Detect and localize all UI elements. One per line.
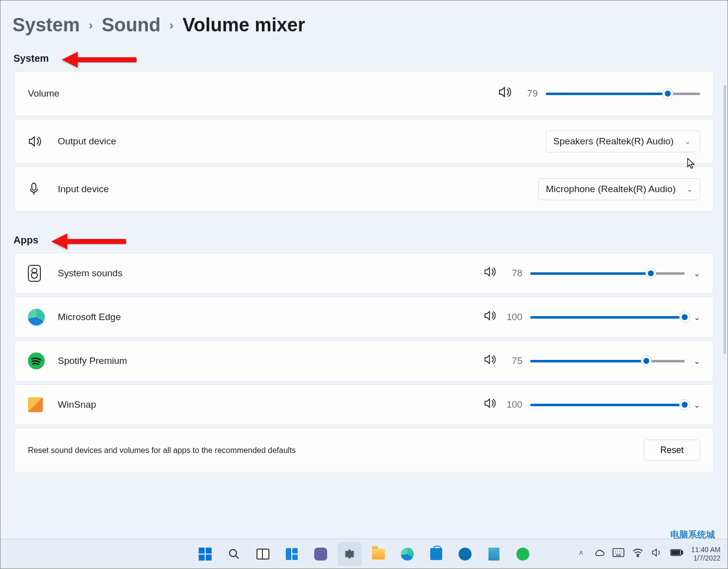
master-volume-slider[interactable]: [546, 89, 700, 98]
app-label: System sounds: [58, 268, 122, 279]
taskview-button[interactable]: [251, 542, 275, 566]
svg-rect-4: [292, 555, 298, 560]
input-device-label: Input device: [58, 184, 109, 195]
edge-button[interactable]: [395, 542, 419, 566]
master-volume-control: 79: [498, 86, 700, 101]
app-volume-value: 78: [504, 268, 522, 279]
search-button[interactable]: [222, 542, 246, 566]
breadcrumb: System › Sound › Volume mixer: [0, 0, 728, 41]
reset-description: Reset sound devices and volumes for all …: [28, 446, 296, 455]
volume-tray-icon[interactable]: [651, 548, 662, 560]
reset-button[interactable]: Reset: [644, 440, 700, 461]
chevron-down-icon[interactable]: ⌄: [694, 356, 700, 366]
section-title-apps: Apps: [0, 215, 728, 253]
speaker-icon[interactable]: [484, 266, 496, 280]
system-tray: ＾ 11:40 AM 1/7/2022: [577, 546, 728, 562]
speaker-icon: [28, 135, 49, 147]
output-device-dropdown[interactable]: Speakers (Realtek(R) Audio) ⌄: [546, 130, 700, 152]
spotify-button[interactable]: [511, 542, 535, 566]
tray-overflow-icon[interactable]: ＾: [577, 548, 586, 560]
section-title-apps-label: Apps: [13, 234, 38, 245]
svg-point-1: [230, 550, 237, 557]
wifi-icon[interactable]: [632, 548, 643, 560]
master-volume-value: 79: [520, 88, 538, 99]
app-volume-control: 75: [484, 354, 685, 368]
speaker-icon[interactable]: [484, 398, 496, 412]
chevron-right-icon: ›: [169, 18, 173, 32]
row-reset-defaults: Reset sound devices and volumes for all …: [14, 428, 714, 472]
winsnap-icon: [28, 397, 49, 412]
row-output-device: Output device Speakers (Realtek(R) Audio…: [14, 119, 714, 164]
tray-time: 11:40 AM: [691, 546, 721, 554]
app-label: Microsoft Edge: [58, 312, 121, 323]
svg-point-6: [637, 556, 639, 557]
app-volume-value: 100: [504, 312, 522, 323]
svg-rect-3: [292, 548, 298, 554]
svg-rect-2: [286, 548, 291, 560]
app-volume-control: 100: [484, 398, 685, 412]
input-device-dropdown[interactable]: Microphone (Realtek(R) Audio) ⌄: [538, 178, 700, 200]
microsoft-store-button[interactable]: [424, 542, 448, 566]
row-input-device: Input device Microphone (Realtek(R) Audi…: [14, 167, 714, 212]
svg-rect-8: [682, 551, 683, 554]
chevron-down-icon: ⌄: [687, 185, 693, 193]
dell-app-button[interactable]: [453, 542, 477, 566]
app-volume-slider[interactable]: [530, 269, 685, 278]
breadcrumb-current: Volume mixer: [182, 14, 305, 36]
battery-icon[interactable]: [670, 549, 683, 559]
keyboard-icon[interactable]: [612, 548, 624, 560]
row-master-volume: Volume 79: [14, 71, 714, 116]
speaker-icon[interactable]: [484, 310, 496, 324]
tray-clock[interactable]: 11:40 AM 1/7/2022: [691, 546, 721, 562]
microphone-icon: [28, 182, 49, 196]
annotation-arrow-icon: [62, 55, 136, 64]
output-device-label: Output device: [58, 136, 116, 147]
taskbar: ＾ 11:40 AM 1/7/2022: [0, 539, 728, 569]
chevron-right-icon: ›: [89, 18, 93, 32]
app-row-microsoft-edge[interactable]: Microsoft Edge 100 ⌄: [14, 297, 714, 338]
start-button[interactable]: [193, 542, 217, 566]
widgets-button[interactable]: [280, 542, 304, 566]
breadcrumb-system[interactable]: System: [12, 14, 80, 36]
watermark-line1: 电脑系统城: [670, 530, 715, 540]
system-sounds-icon: [28, 265, 49, 282]
chevron-down-icon[interactable]: ⌄: [694, 313, 700, 322]
app-volume-control: 100: [484, 310, 685, 324]
app-row-winsnap[interactable]: WinSnap 100 ⌄: [14, 384, 714, 425]
tray-date: 1/7/2022: [694, 554, 721, 562]
app-label: Spotify Premium: [58, 355, 127, 366]
onedrive-icon[interactable]: [594, 549, 605, 559]
breadcrumb-sound[interactable]: Sound: [102, 14, 160, 36]
svg-rect-9: [672, 551, 680, 555]
app-label: WinSnap: [58, 399, 96, 410]
annotation-arrow-icon: [51, 236, 126, 245]
speaker-icon[interactable]: [484, 354, 496, 368]
app-volume-slider[interactable]: [530, 400, 685, 409]
spotify-icon: [28, 352, 49, 369]
input-device-selected: Microphone (Realtek(R) Audio): [546, 184, 676, 195]
app-row-system-sounds[interactable]: System sounds 78 ⌄: [14, 253, 714, 294]
section-title-system: System: [0, 41, 728, 71]
app-row-spotify[interactable]: Spotify Premium 75 ⌄: [14, 341, 714, 381]
chevron-down-icon[interactable]: ⌄: [694, 269, 700, 278]
vertical-scrollbar[interactable]: [724, 85, 726, 354]
chevron-down-icon: ⌄: [685, 137, 691, 145]
edge-icon: [28, 309, 49, 326]
app-volume-slider[interactable]: [530, 356, 685, 365]
taskbar-center: [193, 542, 535, 566]
master-volume-label: Volume: [28, 88, 59, 99]
svg-rect-0: [32, 183, 36, 190]
section-title-system-label: System: [13, 53, 49, 64]
app-volume-value: 100: [504, 399, 522, 410]
chevron-down-icon[interactable]: ⌄: [694, 400, 700, 410]
app-volume-control: 78: [484, 266, 685, 280]
settings-app-button[interactable]: [338, 542, 362, 566]
output-device-selected: Speakers (Realtek(R) Audio): [553, 136, 674, 147]
app-volume-slider[interactable]: [530, 313, 685, 322]
file-explorer-button[interactable]: [366, 542, 390, 566]
app-button[interactable]: [482, 542, 506, 566]
app-volume-value: 75: [504, 355, 522, 366]
speaker-icon[interactable]: [498, 86, 512, 101]
settings-volume-mixer-page: System › Sound › Volume mixer System Vol…: [0, 0, 728, 569]
chat-button[interactable]: [309, 542, 333, 566]
